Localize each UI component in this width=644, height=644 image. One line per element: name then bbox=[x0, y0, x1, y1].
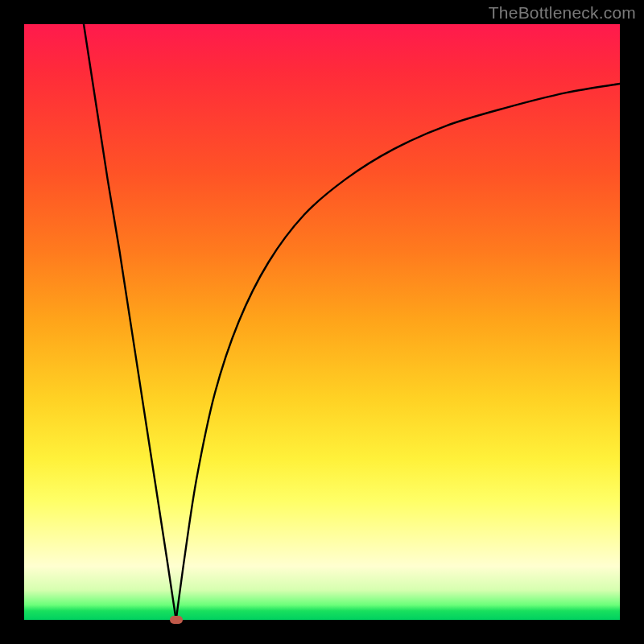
curve-right-branch bbox=[176, 84, 620, 620]
watermark-text: TheBottleneck.com bbox=[489, 3, 636, 23]
minimum-marker bbox=[170, 616, 183, 624]
plot-area bbox=[24, 24, 620, 620]
chart-frame: TheBottleneck.com bbox=[0, 0, 644, 644]
bottleneck-curve bbox=[24, 24, 620, 620]
curve-left-branch bbox=[84, 24, 176, 620]
